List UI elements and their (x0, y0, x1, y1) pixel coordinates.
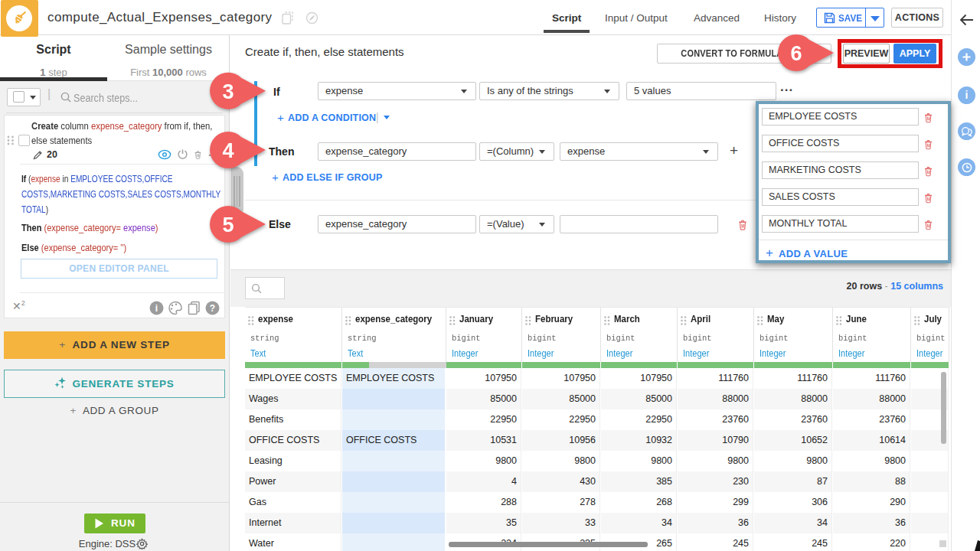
svg-text:6: 6 (790, 42, 802, 65)
svg-text:4: 4 (222, 139, 234, 162)
svg-text:i: i (155, 303, 158, 314)
svg-text:?: ? (210, 303, 215, 314)
svg-text:5: 5 (222, 214, 234, 236)
svg-text:3: 3 (222, 80, 234, 103)
